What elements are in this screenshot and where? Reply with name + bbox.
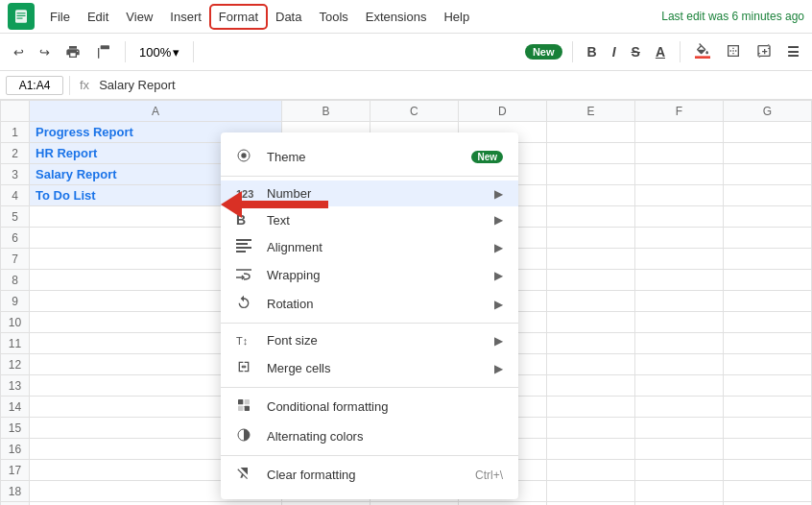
theme-label: Theme	[267, 150, 464, 164]
font-size-label: Font size	[267, 333, 494, 348]
menu-item-text[interactable]: B Text ▶	[221, 206, 518, 233]
print-button[interactable]	[60, 40, 86, 63]
menu-item-theme[interactable]: Theme New	[221, 142, 518, 172]
borders-button[interactable]	[721, 40, 746, 64]
menu-item-conditional-formatting[interactable]: Conditional formatting	[221, 392, 518, 421]
corner-header	[1, 101, 30, 122]
rotation-icon	[236, 295, 257, 313]
menu-extensions[interactable]: Extensions	[358, 6, 435, 28]
redo-button[interactable]: ↪	[34, 41, 56, 63]
svg-rect-2	[17, 15, 26, 16]
col-header-c[interactable]: C	[370, 101, 458, 122]
cell-f1[interactable]	[634, 122, 723, 143]
formula-bar: fx Salary Report	[0, 71, 812, 100]
menu-section-clear: Clear formatting Ctrl+\	[221, 456, 518, 493]
menu-data[interactable]: Data	[268, 6, 309, 28]
menu-edit[interactable]: Edit	[80, 6, 116, 28]
menu-item-font-size[interactable]: T↕ Font size ▶	[221, 327, 518, 353]
merge-cells-button[interactable]	[752, 40, 776, 64]
formula-separator	[69, 76, 70, 95]
menu-format[interactable]: Format	[211, 6, 266, 28]
zoom-arrow-icon: ▾	[173, 45, 179, 60]
menu-item-alternating-colors[interactable]: Alternating colors	[221, 421, 518, 451]
svg-rect-6	[236, 239, 251, 241]
clear-formatting-icon	[236, 466, 257, 484]
app-icon	[8, 3, 35, 30]
main-content: A B C D E F G 1 Progress Report	[0, 100, 812, 505]
cell-g2[interactable]	[723, 143, 811, 164]
alternating-colors-icon	[236, 427, 257, 445]
col-header-a[interactable]: A	[30, 101, 282, 122]
alignment-arrow: ▶	[494, 241, 503, 254]
svg-point-5	[241, 153, 246, 157]
menu-item-wrapping[interactable]: Wrapping ▶	[221, 261, 518, 289]
svg-rect-3	[17, 18, 23, 19]
svg-rect-9	[236, 251, 246, 252]
underline-a-button[interactable]: A	[651, 41, 670, 62]
cell-g4[interactable]	[723, 185, 811, 206]
menu-tools[interactable]: Tools	[311, 6, 355, 28]
wrapping-icon	[236, 267, 257, 283]
menu-section-conditional: Conditional formatting Alternating color…	[221, 388, 518, 456]
toolbar-separator-1	[125, 41, 126, 62]
italic-button[interactable]: I	[608, 41, 621, 62]
fill-color-button[interactable]	[690, 40, 715, 64]
align-button[interactable]: ☰	[782, 41, 804, 62]
col-header-d[interactable]: D	[458, 101, 546, 122]
text-icon: B	[236, 212, 257, 228]
cell-e4[interactable]	[546, 185, 634, 206]
svg-rect-12	[238, 399, 243, 404]
paint-format-button[interactable]	[90, 40, 117, 63]
cell-f4[interactable]	[634, 185, 723, 206]
conditional-formatting-icon	[236, 397, 257, 416]
merge-cells-label: Merge cells	[267, 361, 494, 375]
row-num-5: 5	[1, 206, 30, 228]
col-header-f[interactable]: F	[634, 101, 723, 122]
alternating-colors-label: Alternating colors	[267, 429, 503, 444]
cell-e1[interactable]	[546, 122, 634, 143]
last-edit-status: Last edit was 6 minutes ago	[661, 10, 804, 23]
formula-content: Salary Report	[99, 78, 175, 92]
strikethrough-button[interactable]: S	[627, 41, 645, 62]
menu-section-size: T↕ Font size ▶ Merge cells ▶	[221, 324, 518, 388]
toolbar-separator-4	[680, 41, 681, 62]
number-icon: 123	[236, 188, 257, 200]
menu-section-theme: Theme New	[221, 138, 518, 177]
number-arrow: ▶	[494, 187, 503, 201]
col-header-b[interactable]: B	[281, 101, 370, 122]
zoom-selector[interactable]: 100% ▾	[133, 43, 185, 61]
undo-button[interactable]: ↩	[8, 41, 30, 63]
alignment-label: Alignment	[267, 240, 494, 254]
cell-g3[interactable]	[723, 164, 811, 185]
row-num-1: 1	[1, 122, 30, 143]
menu-item-number[interactable]: 123 Number ▶	[221, 180, 518, 206]
svg-rect-15	[245, 406, 250, 411]
clear-formatting-shortcut: Ctrl+\	[475, 469, 503, 482]
menu-file[interactable]: File	[42, 6, 78, 28]
menu-item-alignment[interactable]: Alignment ▶	[221, 233, 518, 261]
cell-f2[interactable]	[634, 143, 723, 164]
font-size-arrow: ▶	[494, 334, 503, 348]
col-header-e[interactable]: E	[546, 101, 634, 122]
main-menu: File Edit View Insert Format Data Tools …	[42, 6, 477, 28]
bold-button[interactable]: B	[583, 41, 602, 62]
menu-item-rotation[interactable]: Rotation ▶	[221, 289, 518, 319]
cell-e3[interactable]	[546, 164, 634, 185]
col-header-g[interactable]: G	[723, 101, 811, 122]
rotation-arrow: ▶	[494, 298, 503, 311]
cell-e2[interactable]	[546, 143, 634, 164]
clear-formatting-label: Clear formatting	[267, 468, 475, 482]
cell-g1[interactable]	[723, 122, 811, 143]
menu-help[interactable]: Help	[436, 6, 477, 28]
row-num-2: 2	[1, 143, 30, 164]
theme-icon	[236, 148, 257, 166]
font-size-icon: T↕	[236, 335, 257, 347]
menu-item-merge-cells[interactable]: Merge cells ▶	[221, 353, 518, 383]
cell-f3[interactable]	[634, 164, 723, 185]
cell-reference-input[interactable]	[6, 76, 63, 95]
alignment-icon	[236, 239, 257, 255]
menu-insert[interactable]: Insert	[162, 6, 209, 28]
menu-view[interactable]: View	[118, 6, 160, 28]
text-label: Text	[267, 213, 494, 228]
menu-item-clear-formatting[interactable]: Clear formatting Ctrl+\	[221, 460, 518, 490]
